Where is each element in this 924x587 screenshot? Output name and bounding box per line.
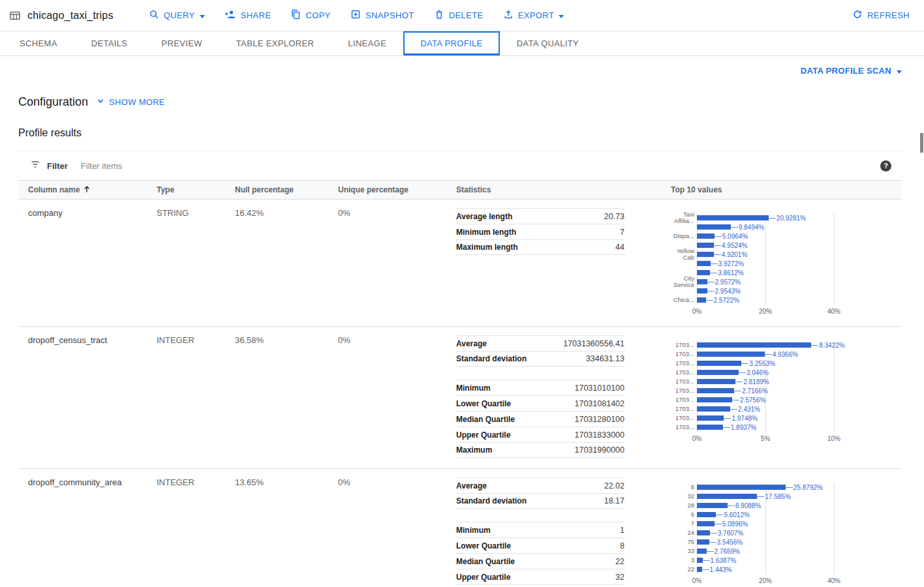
header-column-name[interactable]: Column name	[28, 185, 157, 195]
chart-bar	[697, 388, 734, 393]
delete-button[interactable]: DELETE	[434, 9, 484, 22]
table-grid-icon	[9, 10, 21, 22]
column-type: INTEGER	[157, 477, 194, 487]
chart-value-label: 4.9366%	[773, 351, 798, 358]
column-name: dropoff_census_tract	[28, 335, 107, 345]
stats-group: Minimum17031010100Lower Quartile17031081…	[456, 380, 624, 458]
tab-data-profile[interactable]: DATA PROFILE	[403, 31, 499, 55]
unique-percentage: 0%	[338, 477, 350, 487]
stat-value: 17031010100	[575, 384, 624, 393]
chart-value-label: 4.9524%	[722, 242, 747, 249]
data-profile-scan-label: DATA PROFILE SCAN	[801, 66, 891, 76]
tab-preview[interactable]: PREVIEW	[144, 31, 219, 55]
scrollbar-thumb[interactable]	[920, 133, 923, 153]
filter-bar: Filter ?	[18, 151, 902, 180]
show-more-button[interactable]: SHOW MORE	[96, 97, 165, 108]
stat-row: Lower Quartile17031081402	[456, 395, 624, 411]
chart-category-label: Chica...	[671, 297, 694, 303]
stat-row: Standard deviation334631.13	[456, 351, 624, 367]
export-icon	[503, 9, 514, 22]
chart-bar	[697, 406, 730, 412]
tab-lineage[interactable]: LINEAGE	[331, 31, 403, 55]
copy-button[interactable]: COPY	[290, 9, 330, 22]
stat-value: 32	[615, 573, 624, 582]
snapshot-button[interactable]: SNAPSHOT	[350, 9, 414, 22]
header-unique-percentage[interactable]: Unique percentage	[338, 185, 456, 194]
chart-value-label: 3.9272%	[718, 260, 744, 267]
tab-schema[interactable]: SCHEMA	[3, 31, 74, 55]
copy-button-label: COPY	[305, 10, 330, 20]
unique-percentage: 0%	[338, 335, 350, 345]
chart-value-label: 2.431%	[738, 406, 760, 413]
header-null-percentage[interactable]: Null percentage	[235, 185, 338, 194]
stat-label: Upper Quartile	[456, 430, 510, 440]
chart-leader-line	[734, 391, 741, 391]
chart-leader-line	[739, 372, 746, 373]
chart-category-label: 32	[671, 493, 694, 500]
stats: Average length20.73Minimum length7Maximu…	[456, 206, 671, 316]
refresh-button[interactable]: REFRESH	[852, 9, 910, 22]
stat-label: Minimum	[456, 384, 491, 393]
unique-percentage-cell: 0%	[338, 475, 456, 587]
stat-label: Maximum	[456, 445, 492, 455]
chart-bar-row: 763.5456%	[671, 537, 880, 547]
chart-bar	[697, 370, 739, 375]
stat-label: Lower Quartile	[456, 399, 511, 408]
chart-bar	[697, 521, 715, 526]
chart-category-label: 28	[671, 502, 694, 509]
chart-bar	[697, 567, 702, 572]
chart-bar-row: 288.9088%	[671, 501, 880, 510]
column-type: STRING	[157, 208, 189, 218]
profile-results-title: Profile results	[18, 127, 902, 139]
chart-bar-row: 31.6387%	[671, 556, 880, 565]
stat-value: 8	[620, 541, 624, 550]
stat-value: 17031833000	[575, 430, 624, 440]
query-button[interactable]: QUERY	[149, 9, 205, 22]
chart-category-label: 76	[671, 539, 694, 545]
column-name-cell: dropoff_community_area	[28, 475, 157, 587]
tab-data-quality[interactable]: DATA QUALITY	[500, 31, 596, 55]
chart-bar	[697, 252, 714, 257]
query-button-label: QUERY	[164, 10, 195, 20]
sort-ascending-icon	[83, 185, 91, 195]
chart-leader-line	[741, 363, 748, 364]
help-icon[interactable]: ?	[880, 160, 891, 172]
chart-bar-row: 332.7659%	[671, 547, 880, 556]
table-row: dropoff_census_tract INTEGER 36.58% 0% A…	[18, 327, 902, 469]
stat-label: Upper Quartile	[456, 573, 510, 582]
profile-table-body: company STRING 16.42% 0% Average length2…	[18, 200, 902, 587]
chart-leader-line	[710, 273, 717, 273]
filter-icon	[30, 159, 40, 172]
delete-button-label: DELETE	[449, 10, 484, 20]
chart-leader-line	[769, 218, 776, 218]
stat-value: 1	[620, 526, 624, 535]
chart-category-label: 8	[671, 484, 694, 490]
chart-category-label: 1703...	[671, 406, 694, 412]
chart-category-label: 1703...	[671, 342, 694, 348]
chart-leader-line	[703, 560, 710, 561]
chart-category-label: 33	[671, 548, 694, 554]
chart-category-label: Dispa...	[671, 233, 694, 239]
chart-leader-line	[711, 263, 718, 264]
tab-table-explorer[interactable]: TABLE EXPLORER	[219, 31, 331, 55]
header-top-10-values: Top 10 values	[671, 185, 902, 194]
stat-row: Maximum77	[456, 584, 624, 587]
trash-icon	[434, 9, 444, 22]
stat-value: 334631.13	[586, 354, 624, 363]
column-name: company	[28, 208, 63, 218]
stat-value: 17031990000	[575, 445, 624, 455]
chart-axis-tick: 0%	[692, 435, 701, 442]
tab-details[interactable]: DETAILS	[74, 31, 145, 55]
filter-items-input[interactable]	[81, 161, 880, 171]
data-profile-scan-button[interactable]: DATA PROFILE SCAN	[801, 66, 902, 76]
export-button[interactable]: EXPORT	[503, 9, 564, 22]
share-button[interactable]: SHARE	[224, 9, 271, 22]
column-type-cell: STRING	[157, 206, 235, 316]
chart-leader-line	[714, 254, 721, 255]
chart-leader-line	[724, 418, 731, 419]
stat-row: Lower Quartile8	[456, 537, 624, 553]
stat-value: 7	[620, 228, 624, 237]
header-type[interactable]: Type	[157, 185, 235, 194]
top-toolbar: chicago_taxi_trips QUERY SHARE COPY SNAP…	[0, 0, 924, 31]
chart-leader-line	[731, 227, 738, 228]
